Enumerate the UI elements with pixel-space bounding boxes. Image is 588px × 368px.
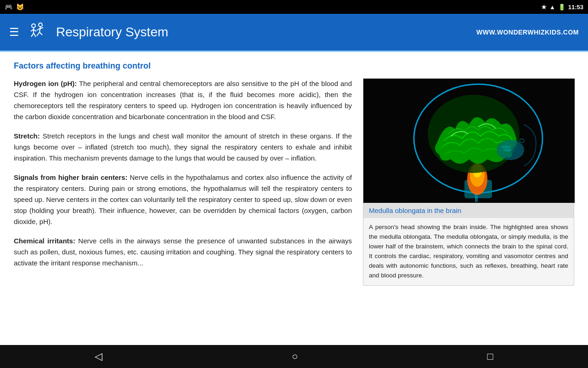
recent-button[interactable]: □ xyxy=(487,351,493,362)
svg-line-10 xyxy=(37,32,40,36)
paragraph-2-label: Stretch: xyxy=(14,132,40,140)
content-layout: Hydrogen ion (pH): The peripheral and ce… xyxy=(14,78,574,286)
status-bar: 🎮 😺 ★ ▲ 🔋 11:53 xyxy=(0,0,588,14)
image-column: Medulla oblongata in the brain A person'… xyxy=(363,78,574,286)
app-icon-2: 😺 xyxy=(16,3,24,11)
brain-image xyxy=(363,79,575,203)
paragraph-1: Hydrogen ion (pH): The peripheral and ce… xyxy=(14,78,352,122)
bottom-nav: ◁ ○ □ xyxy=(0,345,588,368)
svg-point-0 xyxy=(32,24,35,28)
status-bar-left: 🎮 😺 xyxy=(5,3,24,11)
clock: 11:53 xyxy=(568,4,583,11)
back-button[interactable]: ◁ xyxy=(95,351,102,362)
wifi-icon: ▲ xyxy=(549,4,555,11)
svg-line-4 xyxy=(31,33,34,37)
paragraph-2-text: Stretch receptors in the lungs and chest… xyxy=(14,132,352,162)
battery-icon: 🔋 xyxy=(558,4,565,11)
content-area[interactable]: Factors affecting breathing control Hydr… xyxy=(0,52,588,345)
image-caption-body: A person's head showing the brain inside… xyxy=(363,218,574,285)
star-icon: ★ xyxy=(541,4,547,11)
app-bar: ☰ Respiratory System WWW.WONDERWHIZKIDS.… xyxy=(0,14,588,51)
app-logo xyxy=(27,21,49,43)
menu-button[interactable]: ☰ xyxy=(9,26,19,39)
paragraph-3: Signals from higher brain centers: Nerve… xyxy=(14,172,352,227)
section-title: Factors affecting breathing control xyxy=(14,61,574,71)
svg-line-5 xyxy=(34,33,36,37)
brain-illustration xyxy=(363,79,575,203)
brain-image-container: Medulla oblongata in the brain A person'… xyxy=(363,78,574,286)
paragraph-3-label: Signals from higher brain centers: xyxy=(14,173,128,181)
image-caption-title: Medulla oblongata in the brain xyxy=(363,203,574,218)
app-icon-1: 🎮 xyxy=(5,3,12,11)
app-title: Respiratory System xyxy=(56,25,168,40)
svg-point-6 xyxy=(39,23,42,27)
paragraph-4: Chemical irritants: Nerve cells in the a… xyxy=(14,236,352,269)
app-bar-left: ☰ Respiratory System xyxy=(9,21,168,43)
svg-line-11 xyxy=(40,32,42,35)
paragraph-4-label: Chemical irritants: xyxy=(14,237,75,245)
website-url: WWW.WONDERWHIZKIDS.COM xyxy=(476,29,579,36)
paragraph-1-label: Hydrogen ion (pH): xyxy=(14,80,77,87)
svg-line-7 xyxy=(40,27,40,32)
paragraph-2: Stretch: Stretch receptors in the lungs … xyxy=(14,131,352,164)
status-bar-right: ★ ▲ 🔋 11:53 xyxy=(541,4,583,11)
home-button[interactable]: ○ xyxy=(292,351,298,362)
text-column: Hydrogen ion (pH): The peripheral and ce… xyxy=(14,78,352,286)
